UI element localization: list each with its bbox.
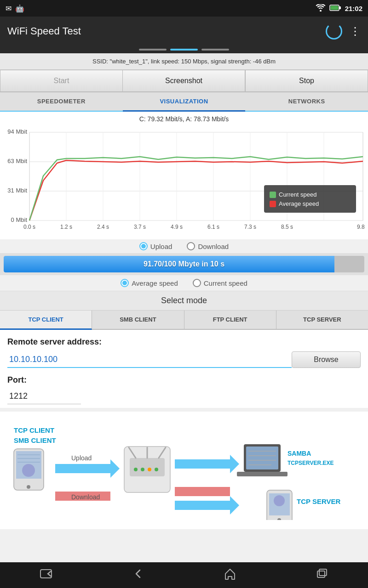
nav-menu-icon[interactable]: [40, 569, 52, 582]
svg-text:Download: Download: [71, 493, 100, 501]
upload-radio[interactable]: [139, 242, 148, 250]
svg-rect-30: [264, 185, 356, 213]
diagram-section: TCP CLIENT SMB CLIENT Upload: [0, 412, 368, 529]
svg-text:7.3 s: 7.3 s: [244, 224, 256, 230]
loading-icon: [326, 23, 342, 40]
svg-text:SMB CLIENT: SMB CLIENT: [14, 436, 56, 444]
current-speed-radio-item[interactable]: Current speed: [193, 279, 247, 287]
chart-title: C: 79.32 Mbit/s, A: 78.73 Mbit/s: [2, 115, 366, 123]
upload-radio-item[interactable]: Upload: [139, 242, 172, 250]
screenshot-button[interactable]: Screenshot: [122, 70, 245, 92]
svg-rect-74: [40, 570, 52, 578]
svg-text:SAMBA: SAMBA: [288, 450, 311, 457]
average-speed-radio-item[interactable]: Average speed: [121, 279, 178, 287]
overflow-menu-icon[interactable]: ⋮: [350, 25, 361, 38]
progress-section: 91.70/100 Mbyte in 10 s: [0, 253, 368, 275]
svg-rect-33: [270, 201, 276, 207]
progress-text: 91.70/100 Mbyte in 10 s: [144, 260, 224, 268]
tab-tcp-server[interactable]: TCP SERVER: [276, 311, 368, 329]
svg-text:Current speed: Current speed: [279, 191, 316, 198]
stop-button[interactable]: Stop: [245, 70, 368, 92]
svg-rect-61: [246, 447, 278, 469]
nav-home-icon[interactable]: [224, 567, 236, 583]
svg-text:6.1 s: 6.1 s: [207, 224, 219, 230]
browse-button[interactable]: Browse: [292, 351, 361, 368]
section-tabs: SPEEDOMETER VISUALIZATION NETWORKS: [0, 92, 368, 112]
svg-text:8.5 s: 8.5 s: [281, 224, 293, 230]
svg-text:Average speed: Average speed: [279, 200, 319, 207]
tab-tcp-client[interactable]: TCP CLIENT: [0, 311, 92, 330]
bottom-nav: [0, 562, 368, 588]
start-button[interactable]: Start: [0, 70, 122, 92]
status-bar: ✉ 🤖 21:02: [0, 0, 368, 17]
status-right: 21:02: [316, 4, 362, 13]
tab-scroll: [0, 46, 368, 53]
upload-label: Upload: [150, 243, 172, 250]
svg-text:2.4 s: 2.4 s: [97, 224, 109, 230]
svg-text:94 Mbit: 94 Mbit: [7, 128, 27, 135]
svg-rect-2: [330, 6, 338, 10]
ssid-info: SSID: "white_test_1", link speed: 150 Mb…: [92, 58, 276, 65]
download-label: Download: [198, 243, 229, 250]
svg-point-55: [155, 468, 158, 471]
download-radio-item[interactable]: Download: [187, 242, 229, 250]
svg-text:Upload: Upload: [71, 454, 92, 462]
svg-point-54: [148, 468, 151, 471]
tab-speedometer[interactable]: SPEEDOMETER: [0, 92, 123, 111]
upload-download-row: Upload Download: [0, 239, 368, 253]
port-input[interactable]: [7, 389, 81, 404]
tab-networks[interactable]: NETWORKS: [245, 92, 368, 111]
tab-visualization[interactable]: VISUALIZATION: [123, 92, 246, 112]
current-speed-radio[interactable]: [193, 279, 201, 287]
chart-container: C: 79.32 Mbit/s, A: 78.73 Mbit/s 94 Mbit…: [0, 112, 368, 239]
svg-rect-31: [270, 192, 276, 198]
info-bar: SSID: "white_test_1", link speed: 150 Mb…: [0, 53, 368, 70]
app-bar: WiFi Speed Test ⋮: [0, 17, 368, 46]
svg-rect-62: [237, 472, 288, 476]
svg-text:31 Mbit: 31 Mbit: [7, 187, 27, 194]
server-input-row: Browse: [7, 351, 361, 368]
speed-chart: 94 Mbit 63 Mbit 31 Mbit 0 Mbit: [2, 125, 365, 236]
tab-smb-client[interactable]: SMB CLIENT: [92, 311, 184, 329]
mode-tabs: TCP CLIENT SMB CLIENT FTP CLIENT TCP SER…: [0, 311, 368, 330]
message-icon: ✉: [6, 4, 12, 13]
svg-marker-56: [175, 455, 239, 473]
svg-text:TCP SERVER: TCP SERVER: [297, 498, 340, 505]
svg-point-39: [27, 485, 30, 489]
time-display: 21:02: [345, 5, 362, 12]
select-mode-label: Select mode: [161, 296, 207, 305]
svg-text:0.0 s: 0.0 s: [23, 224, 35, 230]
svg-marker-57: [175, 482, 239, 496]
svg-text:3.7 s: 3.7 s: [134, 224, 146, 230]
server-address-input[interactable]: [7, 351, 292, 368]
remote-server-label: Remote server address:: [7, 337, 361, 347]
nav-back-icon[interactable]: [132, 567, 144, 583]
progress-bar: 91.70/100 Mbyte in 10 s: [4, 256, 364, 272]
svg-point-52: [134, 468, 138, 471]
status-left: ✉ 🤖: [6, 4, 24, 13]
download-radio[interactable]: [187, 242, 195, 250]
scroll-indicator-3: [201, 49, 229, 51]
current-speed-label: Current speed: [204, 279, 247, 287]
svg-point-43: [22, 464, 35, 477]
svg-text:63 Mbit: 63 Mbit: [7, 158, 27, 164]
svg-rect-75: [317, 571, 325, 577]
svg-text:0 Mbit: 0 Mbit: [11, 216, 28, 223]
svg-point-72: [274, 495, 285, 506]
speed-radio-row: Average speed Current speed: [0, 275, 368, 291]
svg-marker-58: [175, 496, 239, 514]
nav-recents-icon[interactable]: [316, 567, 328, 583]
android-icon: 🤖: [15, 4, 24, 13]
svg-text:TCPSERVER.EXE: TCPSERVER.EXE: [288, 460, 334, 466]
svg-rect-76: [319, 569, 327, 576]
tab-ftp-client[interactable]: FTP CLIENT: [184, 311, 276, 329]
wifi-icon: [316, 4, 326, 13]
battery-icon: [329, 4, 341, 13]
svg-marker-45: [55, 459, 120, 478]
svg-rect-1: [339, 6, 341, 9]
average-speed-radio[interactable]: [121, 279, 129, 287]
scroll-indicator-2: [170, 49, 198, 51]
svg-rect-48: [130, 458, 165, 476]
svg-text:9.8 s: 9.8 s: [357, 224, 365, 230]
chart-svg-wrap: 94 Mbit 63 Mbit 31 Mbit 0 Mbit: [2, 125, 366, 237]
